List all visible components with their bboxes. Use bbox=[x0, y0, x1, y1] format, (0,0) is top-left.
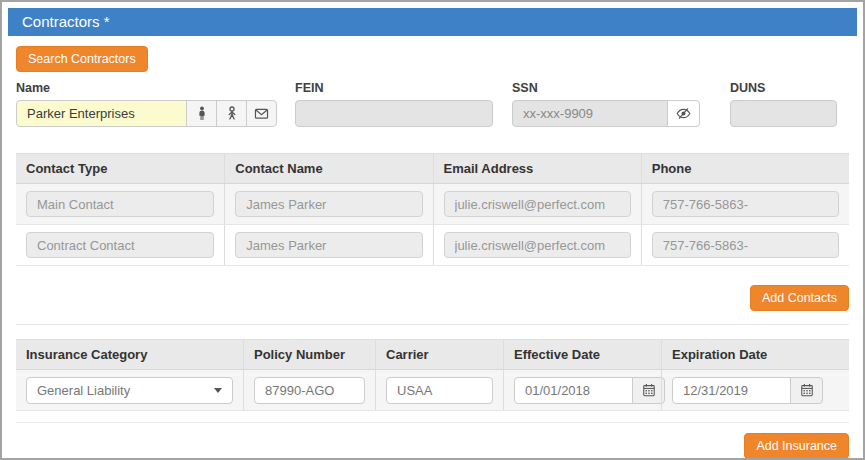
column-header-phone: Phone bbox=[652, 161, 692, 176]
carrier-input[interactable] bbox=[386, 377, 493, 404]
insurance-category-value: General Liability bbox=[37, 383, 130, 398]
contact-row bbox=[16, 184, 849, 225]
ssn-visibility-toggle[interactable] bbox=[667, 100, 700, 127]
calendar-icon bbox=[642, 383, 656, 397]
section-divider bbox=[16, 324, 849, 325]
fein-label: FEIN bbox=[295, 81, 493, 95]
name-input-group bbox=[16, 100, 277, 127]
contact-name-input[interactable] bbox=[235, 232, 422, 258]
ssn-input[interactable] bbox=[512, 100, 668, 127]
add-contacts-button[interactable]: Add Contacts bbox=[750, 285, 849, 311]
insurance-table-header: Insurance Category Policy Number Carrier… bbox=[16, 340, 849, 370]
insurance-row: General Liability bbox=[16, 370, 849, 411]
column-header-insurance-category: Insurance Category bbox=[26, 347, 147, 362]
column-header-effective-date: Effective Date bbox=[514, 347, 600, 362]
column-header-expiration-date: Expiration Date bbox=[672, 347, 767, 362]
duns-label: DUNS bbox=[730, 81, 837, 95]
panel-body: Search Contractors Name bbox=[8, 46, 857, 459]
column-header-carrier: Carrier bbox=[386, 347, 429, 362]
ssn-field: SSN bbox=[512, 81, 700, 127]
fein-field: FEIN bbox=[295, 81, 493, 127]
contact-phone-input[interactable] bbox=[652, 191, 839, 217]
column-header-contact-name: Contact Name bbox=[235, 161, 322, 176]
contact-type-input[interactable] bbox=[26, 232, 214, 258]
eye-slash-icon bbox=[676, 107, 691, 120]
identity-fields: Name bbox=[16, 81, 849, 127]
policy-number-input[interactable] bbox=[254, 377, 365, 404]
contact-email-input[interactable] bbox=[444, 191, 631, 217]
chevron-down-icon bbox=[214, 388, 222, 393]
name-field: Name bbox=[16, 81, 277, 127]
contact-type-input[interactable] bbox=[26, 191, 214, 217]
column-header-policy-number: Policy Number bbox=[254, 347, 345, 362]
column-header-contact-type: Contact Type bbox=[26, 161, 107, 176]
expiration-date-input[interactable] bbox=[672, 377, 791, 404]
calendar-icon bbox=[800, 383, 814, 397]
section-divider bbox=[16, 422, 849, 423]
person-button[interactable] bbox=[186, 100, 217, 127]
contacts-table-header: Contact Type Contact Name Email Address … bbox=[16, 154, 849, 184]
contractors-panel: Contractors * Search Contractors Name bbox=[0, 0, 865, 460]
ssn-input-group bbox=[512, 100, 700, 127]
fein-input[interactable] bbox=[295, 100, 493, 127]
duns-input[interactable] bbox=[730, 100, 837, 127]
insurance-table: Insurance Category Policy Number Carrier… bbox=[16, 339, 849, 411]
expiration-date-picker-button[interactable] bbox=[790, 377, 823, 404]
contact-row bbox=[16, 225, 849, 266]
column-header-email-address: Email Address bbox=[444, 161, 534, 176]
name-input[interactable] bbox=[16, 100, 187, 127]
person-outline-icon bbox=[225, 106, 239, 121]
email-button[interactable] bbox=[246, 100, 277, 127]
insurance-category-select[interactable]: General Liability bbox=[26, 377, 233, 404]
duns-field: DUNS bbox=[730, 81, 837, 127]
expiration-date-group bbox=[672, 377, 823, 404]
name-label: Name bbox=[16, 81, 277, 95]
person-outline-button[interactable] bbox=[216, 100, 247, 127]
add-insurance-button[interactable]: Add Insurance bbox=[744, 433, 849, 459]
envelope-icon bbox=[254, 107, 269, 120]
effective-date-group bbox=[514, 377, 665, 404]
contact-email-input[interactable] bbox=[444, 232, 631, 258]
page-title: Contractors * bbox=[8, 8, 857, 36]
contact-phone-input[interactable] bbox=[652, 232, 839, 258]
contact-name-input[interactable] bbox=[235, 191, 422, 217]
ssn-label: SSN bbox=[512, 81, 700, 95]
search-contractors-button[interactable]: Search Contractors bbox=[16, 46, 148, 72]
contacts-table: Contact Type Contact Name Email Address … bbox=[16, 153, 849, 266]
effective-date-input[interactable] bbox=[514, 377, 633, 404]
person-icon bbox=[195, 106, 209, 121]
